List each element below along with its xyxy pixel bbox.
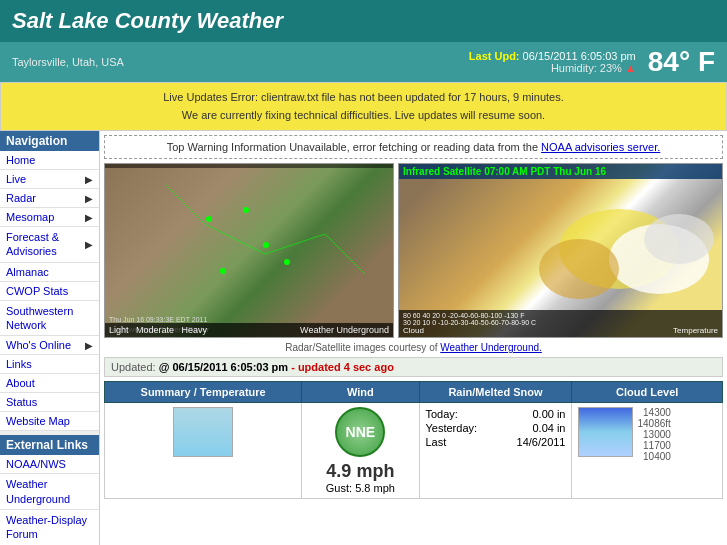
sidebar-item-weather-underground[interactable]: Weather Underground [0,474,99,510]
svg-line-2 [265,234,325,254]
temperature-display: 84° F [648,46,715,78]
sidebar-item-home[interactable]: Home [0,151,99,170]
arrow-icon: ▶ [85,340,93,351]
location-text: Taylorsville, Utah, USA [12,56,124,68]
wind-direction-indicator: NNE [335,407,385,457]
cloud-level-image [578,407,633,457]
courtesy-link[interactable]: Weather Underground. [440,342,542,353]
datetime-block: Last Upd: 06/15/2011 6:05:03 pm Humidity… [469,50,636,74]
radar-overlay: Light Moderate Heavy Weather Underground [105,323,393,337]
updated-line: Updated: @ 06/15/2011 6:05:03 pm - updat… [104,357,723,377]
sidebar-item-noaa[interactable]: NOAA/NWS [0,455,99,474]
col-wind: Wind [302,382,419,403]
satellite-image: Infrared Satellite 07:00 AM PDT Thu Jun … [398,163,723,338]
arrow-icon: ▶ [85,193,93,204]
svg-point-7 [609,224,709,294]
subheader-bar: Taylorsville, Utah, USA Last Upd: 06/15/… [0,42,727,82]
summary-cell [105,403,302,499]
ext-section-title: External Links [0,435,99,455]
site-title: Salt Lake County Weather [12,8,715,34]
courtesy-line: Radar/Satellite images courtesy of Weath… [104,342,723,353]
arrow-icon: ▶ [85,212,93,223]
sidebar-item-whos-online[interactable]: Who's Online ▶ [0,336,99,355]
svg-line-0 [165,184,205,224]
radar-title [105,164,393,168]
main-layout: Navigation Home Live ▶ Radar ▶ Mesomap ▶… [0,131,727,545]
arrow-icon: ▶ [85,238,93,251]
rain-values: Today: 0.00 in Yesterday: 0.04 in Last 1… [426,407,566,449]
svg-line-3 [325,234,365,274]
cloud-cell: 14300 14086ft 13000 11700 10400 [572,403,723,499]
noaa-advisories-link[interactable]: NOAA advisories server. [541,141,660,153]
sidebar-item-almanac[interactable]: Almanac [0,263,99,282]
humidity-display: Humidity: 23% ▲ [551,62,636,74]
sidebar-item-website-map[interactable]: Website Map [0,412,99,431]
sidebar-item-radar[interactable]: Radar ▶ [0,189,99,208]
wind-speed-display: 4.9 mph [308,461,412,482]
images-row: Northwestern Current Radar Thu Jun 16 09… [104,163,723,338]
sidebar-item-live[interactable]: Live ▶ [0,170,99,189]
warning-bar: Top Warning Information Unavailable, err… [104,135,723,159]
summary-image [173,407,233,457]
col-cloud: Cloud Level [572,382,723,403]
col-summary: Summary / Temperature [105,382,302,403]
weather-table: Summary / Temperature Wind Rain/Melted S… [104,381,723,499]
site-header: Salt Lake County Weather [0,0,727,42]
sidebar-item-mesomap[interactable]: Mesomap ▶ [0,208,99,227]
table-row: NNE 4.9 mph Gust: 5.8 mph Today: 0.00 i [105,403,723,499]
svg-point-6 [559,209,679,289]
wind-cell: NNE 4.9 mph Gust: 5.8 mph [302,403,419,499]
svg-point-8 [539,239,619,299]
sidebar-item-forecast[interactable]: Forecast & Advisories ▶ [0,227,99,263]
svg-point-9 [644,214,714,264]
error-banner: Live Updates Error: clientraw.txt file h… [0,82,727,131]
rain-cell: Today: 0.00 in Yesterday: 0.04 in Last 1… [419,403,572,499]
sidebar-item-display-forum[interactable]: Weather-Display Forum [0,510,99,545]
sidebar-item-cwop[interactable]: CWOP Stats [0,282,99,301]
svg-line-1 [205,224,265,254]
sidebar-item-status[interactable]: Status [0,393,99,412]
sidebar: Navigation Home Live ▶ Radar ▶ Mesomap ▶… [0,131,100,545]
svg-text:Thu Jun 16 09:33:3E EDT 2011: Thu Jun 16 09:33:3E EDT 2011 [109,316,207,323]
satellite-legend: 80 60 40 20 0 -20-40-60-80-100 -130 F 30… [399,310,722,337]
main-content: Top Warning Information Unavailable, err… [100,131,727,545]
cloud-level-values: 14300 14086ft 13000 11700 10400 [637,407,670,462]
wind-gust-display: Gust: 5.8 mph [308,482,412,494]
wu-logo: Weather Underground [300,325,389,335]
col-rain: Rain/Melted Snow [419,382,572,403]
arrow-icon: ▶ [85,174,93,185]
nav-section-title: Navigation [0,131,99,151]
radar-image: Northwestern Current Radar Thu Jun 16 09… [104,163,394,338]
satellite-title: Infrared Satellite 07:00 AM PDT Thu Jun … [399,164,722,179]
sidebar-item-about[interactable]: About [0,374,99,393]
sidebar-item-southwestern[interactable]: Southwestern Network [0,301,99,337]
sidebar-item-links[interactable]: Links [0,355,99,374]
humidity-arrow-icon: ▲ [625,62,636,74]
subheader-right: Last Upd: 06/15/2011 6:05:03 pm Humidity… [469,46,715,78]
